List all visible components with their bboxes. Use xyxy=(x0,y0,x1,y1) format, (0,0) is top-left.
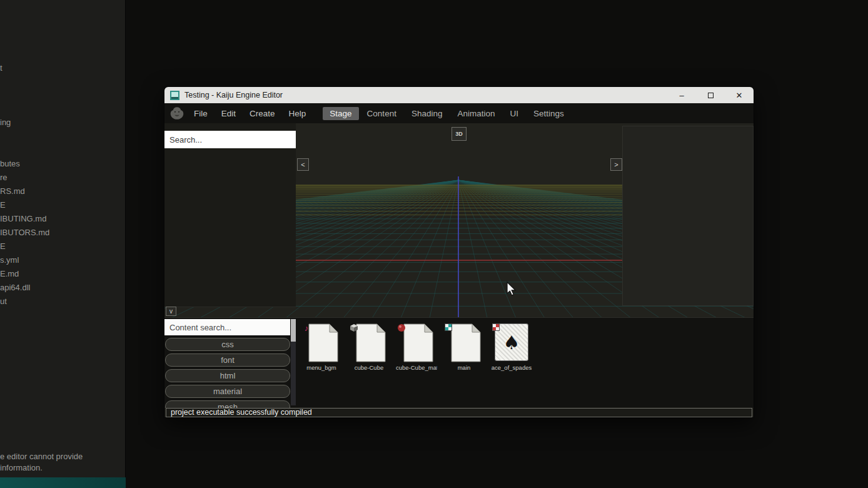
hierarchy-panel xyxy=(164,123,296,307)
collapse-content-button[interactable]: v xyxy=(166,307,176,316)
scrollbar-thumb[interactable] xyxy=(291,319,296,342)
content-item-main-stage[interactable]: main xyxy=(443,322,485,371)
tab-stage[interactable]: Stage xyxy=(323,107,358,120)
file-thumbnail xyxy=(348,322,390,363)
folder-mesh[interactable]: mesh xyxy=(165,400,290,408)
content-item-label: main xyxy=(443,364,485,371)
bg-text-fragment: E.md xyxy=(0,269,19,278)
tab-settings[interactable]: Settings xyxy=(527,107,571,120)
bg-text-fragment: ing xyxy=(0,118,11,127)
content-item-label: cube-Cube_mat xyxy=(396,364,437,371)
menu-edit[interactable]: Edit xyxy=(214,109,243,118)
folder-material[interactable]: material xyxy=(165,385,290,398)
bg-text-fragment: butes xyxy=(0,159,20,168)
file-thumbnail xyxy=(443,322,485,363)
background-window: t ing butes re RS.md E IBUTING.md IBUTOR… xyxy=(0,0,126,488)
menu-create[interactable]: Create xyxy=(243,109,282,118)
content-items: ♪ menu_bgm xyxy=(301,322,532,371)
tab-shading[interactable]: Shading xyxy=(405,107,450,120)
editor-window: Testing - Kaiju Engine Editor – ✕ File E… xyxy=(164,86,754,418)
titlebar: Testing - Kaiju Engine Editor – ✕ xyxy=(164,87,754,103)
content-item-label: cube-Cube xyxy=(348,364,390,371)
bg-notice-line: e editor cannot provide xyxy=(0,452,83,461)
bg-text-fragment: s.yml xyxy=(0,255,19,265)
file-thumbnail: ♪ xyxy=(301,322,342,363)
music-note-icon: ♪ xyxy=(302,323,311,332)
tab-content[interactable]: Content xyxy=(360,107,403,120)
menu-file[interactable]: File xyxy=(187,109,214,118)
bg-text-fragment: E xyxy=(0,241,6,251)
spade-icon: ♠ xyxy=(503,332,520,353)
content-item-label: ace_of_spades xyxy=(491,364,532,371)
status-bar: project executable successfully compiled xyxy=(166,408,752,417)
folder-list: css font html material mesh xyxy=(165,338,290,408)
window-title: Testing - Kaiju Engine Editor xyxy=(184,91,283,99)
file-thumbnail xyxy=(396,322,437,363)
maximize-icon xyxy=(708,93,714,98)
maximize-button[interactable] xyxy=(696,87,725,103)
content-item-cube-mesh[interactable]: cube-Cube xyxy=(348,322,390,371)
folder-scrollbar[interactable] xyxy=(291,319,296,405)
bg-window-statusbar xyxy=(0,477,126,488)
file-icon xyxy=(356,323,386,362)
folder-html[interactable]: html xyxy=(165,369,290,382)
main-area: 3D < > v xyxy=(164,123,754,317)
card-thumbnail: ♠ xyxy=(491,322,532,363)
bg-text-fragment: E xyxy=(0,200,6,210)
tab-animation[interactable]: Animation xyxy=(450,107,502,120)
file-icon xyxy=(308,323,338,362)
folder-font[interactable]: font xyxy=(165,353,290,367)
bg-text-fragment: re xyxy=(0,173,8,182)
bg-notice-line: information. xyxy=(0,463,43,472)
content-item-ace-of-spades[interactable]: ♠ ace_of_spades xyxy=(491,322,532,371)
playing-card-image: ♠ xyxy=(495,323,528,361)
file-icon xyxy=(451,323,481,362)
cube-icon xyxy=(350,323,358,332)
bg-text-fragment: t xyxy=(0,63,3,73)
minimize-button[interactable]: – xyxy=(667,87,696,103)
bg-text-fragment: api64.dll xyxy=(0,283,30,292)
close-button[interactable]: ✕ xyxy=(725,87,754,103)
view-mode-3d-button[interactable]: 3D xyxy=(452,127,467,141)
content-browser: css font html material mesh ♪ menu_bgm xyxy=(164,317,754,407)
content-item-menu-bgm[interactable]: ♪ menu_bgm xyxy=(301,322,342,371)
texture-checker-icon xyxy=(492,323,500,331)
bg-text-fragment: IBUTING.md xyxy=(0,214,46,223)
search-input[interactable] xyxy=(164,131,296,148)
status-text: project executable successfully compiled xyxy=(171,408,312,417)
bg-text-fragment: RS.md xyxy=(0,186,25,196)
tab-ui[interactable]: UI xyxy=(503,107,526,120)
content-item-cube-material[interactable]: cube-Cube_mat xyxy=(396,322,437,371)
bg-text-fragment: IBUTORS.md xyxy=(0,228,49,237)
file-icon xyxy=(403,323,433,362)
app-icon xyxy=(170,91,179,100)
window-controls: – ✕ xyxy=(667,87,754,103)
tab-bar: Stage Content Shading Animation UI Setti… xyxy=(322,107,571,120)
content-item-label: menu_bgm xyxy=(301,364,342,371)
viewport-prev-button[interactable]: < xyxy=(297,158,309,171)
details-panel xyxy=(622,126,754,306)
mouse-cursor xyxy=(506,282,518,297)
menubar: File Edit Create Help Stage Content Shad… xyxy=(164,103,754,123)
viewport-next-button[interactable]: > xyxy=(610,158,622,171)
stage-checker-icon xyxy=(445,323,452,331)
material-sphere-icon xyxy=(397,323,406,332)
content-search-input[interactable] xyxy=(164,319,290,335)
folder-css[interactable]: css xyxy=(165,338,290,351)
menu-help[interactable]: Help xyxy=(282,109,313,118)
bg-text-fragment: ut xyxy=(0,297,7,306)
gorilla-logo-icon xyxy=(169,106,185,121)
